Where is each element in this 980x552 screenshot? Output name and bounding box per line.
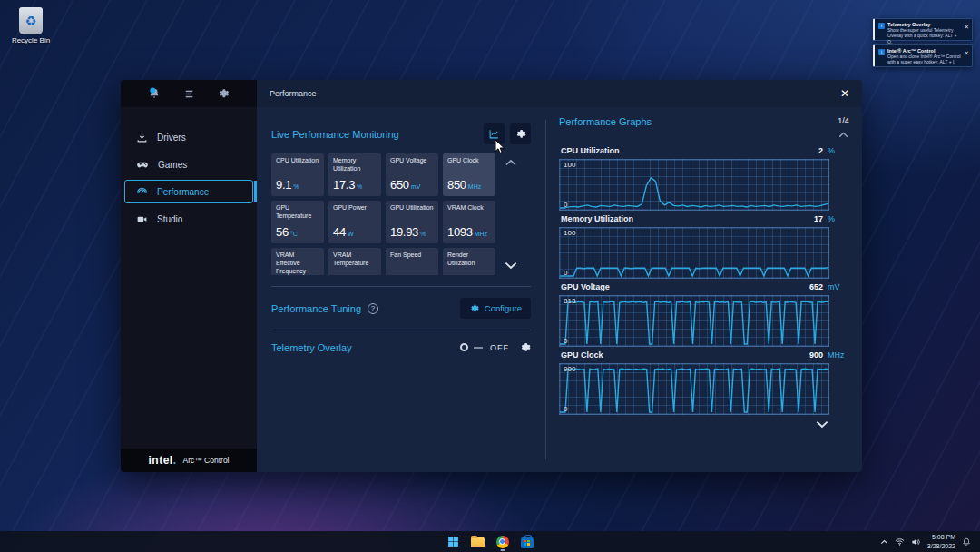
- toast-telemetry-overlay[interactable]: i Telemetry Overlay Show the super usefu…: [873, 18, 973, 41]
- tile-value: 56: [276, 225, 289, 239]
- tile-value: 17.3: [333, 178, 355, 192]
- store-button[interactable]: [519, 534, 534, 549]
- metric-tile[interactable]: GPU Utilization19.93%: [386, 201, 438, 243]
- toast-arc-control[interactable]: i Intel® Arc™ Control Open and close Int…: [873, 44, 973, 67]
- close-icon[interactable]: ✕: [964, 24, 969, 31]
- gauge-icon: [136, 186, 148, 198]
- metric-tile[interactable]: GPU Power44W: [328, 201, 381, 243]
- graph-title: GPU Clock: [561, 350, 603, 360]
- file-explorer-button[interactable]: [470, 534, 485, 549]
- telemetry-settings-gear-icon[interactable]: [519, 341, 531, 353]
- tile-label: Fan Speed: [390, 251, 434, 260]
- graph-series-line: [560, 364, 828, 414]
- monitoring-title: Live Performance Monitoring: [271, 129, 399, 140]
- line-chart-icon: [488, 128, 500, 140]
- recycle-bin[interactable]: ♻ Recycle Bin: [7, 7, 54, 44]
- tray-expand-chevron-icon[interactable]: [880, 539, 888, 545]
- tile-unit: %: [357, 183, 362, 190]
- store-icon: [521, 537, 534, 548]
- chevron-down-icon[interactable]: [504, 261, 518, 270]
- tile-value: 9.1: [276, 178, 291, 192]
- graph-block: CPU Utilization2%1000: [559, 146, 849, 211]
- tile-unit: %: [420, 231, 426, 237]
- tile-value: 54: [333, 272, 346, 275]
- graph-view-button[interactable]: [484, 123, 505, 144]
- sidebar-item-games[interactable]: Games: [124, 153, 253, 176]
- graph-unit: MHz: [828, 350, 848, 360]
- chrome-button[interactable]: [495, 534, 510, 549]
- info-icon: i: [878, 49, 885, 55]
- metric-tile[interactable]: GPU Clock850MHz: [443, 153, 495, 196]
- graph-series-line: [560, 228, 828, 278]
- configure-label: Configure: [485, 303, 522, 313]
- toggle-switch[interactable]: [460, 343, 468, 351]
- sidebar-item-label: Performance: [157, 187, 209, 197]
- window-header: Performance ✕: [257, 80, 862, 107]
- divider: [271, 330, 531, 330]
- wifi-icon[interactable]: [895, 537, 905, 546]
- y-axis-min-label: 0: [564, 201, 567, 209]
- graph-current-value: 900: [809, 350, 823, 360]
- sidebar-top-strip: [121, 80, 257, 107]
- metric-tile[interactable]: VRAM Effective Frequency17.48: [271, 248, 324, 275]
- metric-tile[interactable]: GPU Voltage650mV: [386, 153, 438, 196]
- metric-tile[interactable]: Fan Speed110: [386, 248, 438, 275]
- graph-block: Memory Utilization17%1000: [559, 214, 849, 279]
- window-close-button[interactable]: ✕: [840, 87, 849, 100]
- graph-plot-area: 8130: [559, 295, 829, 347]
- notification-bell-icon[interactable]: [962, 537, 971, 547]
- toggle-track[interactable]: [474, 347, 483, 349]
- metric-tile[interactable]: GPU Temperature56°C: [271, 201, 324, 243]
- product-name: Arc™ Control: [183, 456, 230, 465]
- tray-date: 3/28/2022: [927, 542, 956, 550]
- sidebar-item-studio[interactable]: Studio: [124, 207, 253, 231]
- metric-tile[interactable]: VRAM Temperature54: [328, 248, 381, 275]
- graphs-title: Performance Graphs: [559, 116, 652, 127]
- tile-unit: %: [293, 183, 299, 190]
- monitoring-settings-button[interactable]: [510, 123, 531, 144]
- tile-value: 19.93: [390, 225, 418, 239]
- metric-tile[interactable]: CPU Utilization9.1%: [271, 153, 324, 196]
- sidebar-item-label: Drivers: [157, 133, 186, 143]
- page-title: Performance: [270, 89, 317, 98]
- graphs-list: CPU Utilization2%1000Memory Utilization1…: [559, 143, 849, 419]
- y-axis-min-label: 0: [564, 337, 567, 345]
- clock[interactable]: 5:08 PM 3/28/2022: [927, 533, 956, 549]
- sidebar-item-performance[interactable]: Performance: [124, 180, 253, 203]
- start-button[interactable]: [446, 534, 461, 549]
- metric-tile[interactable]: Memory Utilization17.3%: [328, 153, 381, 196]
- page-indicator: 1/4: [838, 116, 849, 125]
- metric-tiles-viewport: CPU Utilization9.1%Memory Utilization17.…: [271, 153, 498, 275]
- page-down-chevron-icon[interactable]: [815, 420, 829, 429]
- monitoring-column: Live Performance Monitoring CPU Utilizat…: [271, 116, 545, 463]
- metric-tile[interactable]: VRAM Clock1093MHz: [443, 201, 495, 243]
- gear-icon: [514, 128, 526, 140]
- gear-icon: [469, 303, 479, 313]
- y-axis-max-label: 100: [564, 229, 575, 237]
- tile-value: 110: [390, 272, 408, 275]
- tile-label: Render Utilization: [447, 251, 491, 268]
- tile-value: 650: [390, 178, 409, 192]
- tile-unit: W: [348, 231, 354, 237]
- configure-button[interactable]: Configure: [460, 298, 531, 319]
- metric-tile[interactable]: Render Utilization5: [443, 248, 495, 275]
- feed-list-icon[interactable]: [181, 86, 196, 101]
- toast-body: Open and close Intel® Arc™ Control with …: [887, 54, 961, 65]
- tile-label: GPU Temperature: [276, 204, 319, 221]
- taskbar: 5:08 PM 3/28/2022: [0, 531, 980, 552]
- notifications-bell-icon[interactable]: [147, 86, 162, 101]
- help-icon[interactable]: ?: [368, 303, 378, 314]
- graph-series-line: [560, 160, 828, 210]
- settings-gear-icon[interactable]: [216, 86, 230, 101]
- arc-control-window: Drivers Games Performance Studio intel. …: [121, 80, 862, 472]
- graph-unit: mV: [828, 282, 848, 291]
- close-icon[interactable]: ✕: [964, 50, 969, 57]
- volume-icon[interactable]: [911, 537, 921, 547]
- chevron-up-icon[interactable]: [505, 159, 517, 166]
- graph-title: CPU Utilization: [561, 146, 620, 155]
- sidebar-item-drivers[interactable]: Drivers: [124, 125, 253, 149]
- graph-current-value: 652: [809, 282, 823, 291]
- page-up-chevron-icon[interactable]: [838, 132, 849, 138]
- windows-logo-icon: [447, 536, 459, 547]
- sidebar: Drivers Games Performance Studio intel. …: [121, 80, 257, 472]
